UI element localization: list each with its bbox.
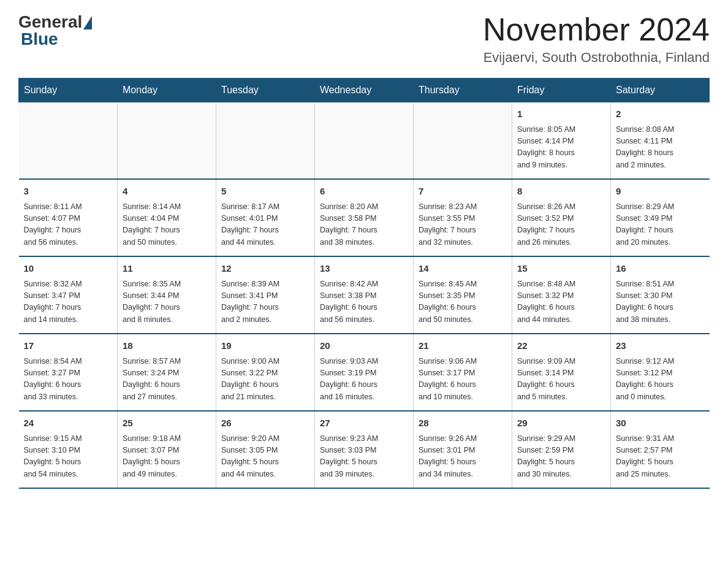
day-info: Sunrise: 8:51 AMSunset: 3:30 PMDaylight:… xyxy=(616,278,705,326)
calendar-cell: 24Sunrise: 9:15 AMSunset: 3:10 PMDayligh… xyxy=(19,411,118,488)
day-number: 6 xyxy=(320,185,408,199)
calendar-cell: 13Sunrise: 8:42 AMSunset: 3:38 PMDayligh… xyxy=(315,256,414,334)
calendar-cell: 4Sunrise: 8:14 AMSunset: 4:04 PMDaylight… xyxy=(118,179,216,256)
day-info: Sunrise: 9:09 AMSunset: 3:14 PMDaylight:… xyxy=(517,356,605,404)
calendar-cell: 17Sunrise: 8:54 AMSunset: 3:27 PMDayligh… xyxy=(19,334,118,411)
day-info: Sunrise: 8:48 AMSunset: 3:32 PMDaylight:… xyxy=(517,278,605,326)
day-info: Sunrise: 8:23 AMSunset: 3:55 PMDaylight:… xyxy=(419,201,507,249)
day-number: 26 xyxy=(221,416,309,431)
day-number: 20 xyxy=(320,339,408,353)
week-row-1: 1Sunrise: 8:05 AMSunset: 4:14 PMDaylight… xyxy=(19,102,710,180)
calendar-cell: 12Sunrise: 8:39 AMSunset: 3:41 PMDayligh… xyxy=(216,256,315,334)
day-info: Sunrise: 8:05 AMSunset: 4:14 PMDaylight:… xyxy=(517,124,605,172)
day-number: 10 xyxy=(24,262,113,276)
header: General Blue November 2024 Evijaervi, So… xyxy=(18,12,710,66)
logo-blue-text: Blue xyxy=(18,29,58,49)
calendar-cell xyxy=(216,102,315,180)
day-info: Sunrise: 8:20 AMSunset: 3:58 PMDaylight:… xyxy=(320,201,408,249)
day-info: Sunrise: 8:17 AMSunset: 4:01 PMDaylight:… xyxy=(221,201,309,249)
day-number: 19 xyxy=(221,339,309,353)
calendar-cell: 23Sunrise: 9:12 AMSunset: 3:12 PMDayligh… xyxy=(611,334,710,411)
day-number: 24 xyxy=(24,416,113,431)
day-number: 13 xyxy=(320,262,408,276)
day-info: Sunrise: 9:18 AMSunset: 3:07 PMDaylight:… xyxy=(123,433,211,481)
calendar-cell xyxy=(118,102,216,180)
calendar-cell: 2Sunrise: 8:08 AMSunset: 4:11 PMDaylight… xyxy=(611,102,710,180)
day-info: Sunrise: 9:29 AMSunset: 2:59 PMDaylight:… xyxy=(517,433,605,481)
calendar-cell: 22Sunrise: 9:09 AMSunset: 3:14 PMDayligh… xyxy=(512,334,611,411)
day-info: Sunrise: 8:26 AMSunset: 3:52 PMDaylight:… xyxy=(517,201,605,249)
day-info: Sunrise: 9:06 AMSunset: 3:17 PMDaylight:… xyxy=(419,356,507,404)
calendar-cell: 5Sunrise: 8:17 AMSunset: 4:01 PMDaylight… xyxy=(216,179,315,256)
calendar-cell: 15Sunrise: 8:48 AMSunset: 3:32 PMDayligh… xyxy=(512,256,611,334)
day-header-monday: Monday xyxy=(118,79,216,102)
day-info: Sunrise: 9:31 AMSunset: 2:57 PMDaylight:… xyxy=(616,433,705,481)
day-number: 3 xyxy=(24,185,113,199)
day-info: Sunrise: 8:57 AMSunset: 3:24 PMDaylight:… xyxy=(123,356,211,404)
day-number: 8 xyxy=(517,185,605,199)
day-header-wednesday: Wednesday xyxy=(315,79,414,102)
day-info: Sunrise: 8:35 AMSunset: 3:44 PMDaylight:… xyxy=(123,278,211,326)
logo-triangle-icon xyxy=(83,16,92,29)
day-info: Sunrise: 8:11 AMSunset: 4:07 PMDaylight:… xyxy=(24,201,113,249)
day-info: Sunrise: 8:39 AMSunset: 3:41 PMDaylight:… xyxy=(221,278,309,326)
day-number: 27 xyxy=(320,416,408,431)
calendar-cell: 10Sunrise: 8:32 AMSunset: 3:47 PMDayligh… xyxy=(19,256,118,334)
calendar-cell xyxy=(414,102,512,180)
day-info: Sunrise: 8:14 AMSunset: 4:04 PMDaylight:… xyxy=(123,201,211,249)
day-number: 12 xyxy=(221,262,309,276)
calendar-cell: 11Sunrise: 8:35 AMSunset: 3:44 PMDayligh… xyxy=(118,256,216,334)
day-number: 11 xyxy=(123,262,211,276)
day-number: 28 xyxy=(419,416,507,431)
day-number: 30 xyxy=(616,416,705,431)
calendar-cell: 25Sunrise: 9:18 AMSunset: 3:07 PMDayligh… xyxy=(118,411,216,488)
week-row-5: 24Sunrise: 9:15 AMSunset: 3:10 PMDayligh… xyxy=(19,411,710,488)
day-info: Sunrise: 9:26 AMSunset: 3:01 PMDaylight:… xyxy=(419,433,507,481)
calendar-cell: 14Sunrise: 8:45 AMSunset: 3:35 PMDayligh… xyxy=(414,256,512,334)
day-number: 2 xyxy=(616,107,705,121)
day-number: 9 xyxy=(616,185,705,199)
calendar-cell: 8Sunrise: 8:26 AMSunset: 3:52 PMDaylight… xyxy=(512,179,611,256)
day-header-tuesday: Tuesday xyxy=(216,79,315,102)
location-title: Evijaervi, South Ostrobothnia, Finland xyxy=(483,50,710,66)
header-row: SundayMondayTuesdayWednesdayThursdayFrid… xyxy=(19,79,710,102)
calendar-cell: 20Sunrise: 9:03 AMSunset: 3:19 PMDayligh… xyxy=(315,334,414,411)
day-number: 23 xyxy=(616,339,705,353)
day-number: 14 xyxy=(419,262,507,276)
month-title: November 2024 xyxy=(483,12,710,47)
day-number: 18 xyxy=(123,339,211,353)
calendar-cell xyxy=(19,102,118,180)
day-number: 7 xyxy=(419,185,507,199)
day-info: Sunrise: 9:15 AMSunset: 3:10 PMDaylight:… xyxy=(24,433,113,481)
calendar-cell: 27Sunrise: 9:23 AMSunset: 3:03 PMDayligh… xyxy=(315,411,414,488)
calendar-cell xyxy=(315,102,414,180)
day-info: Sunrise: 9:23 AMSunset: 3:03 PMDaylight:… xyxy=(320,433,408,481)
day-info: Sunrise: 9:12 AMSunset: 3:12 PMDaylight:… xyxy=(616,356,705,404)
day-info: Sunrise: 9:00 AMSunset: 3:22 PMDaylight:… xyxy=(221,356,309,404)
calendar-cell: 19Sunrise: 9:00 AMSunset: 3:22 PMDayligh… xyxy=(216,334,315,411)
day-info: Sunrise: 8:42 AMSunset: 3:38 PMDaylight:… xyxy=(320,278,408,326)
calendar-cell: 28Sunrise: 9:26 AMSunset: 3:01 PMDayligh… xyxy=(414,411,512,488)
day-info: Sunrise: 8:45 AMSunset: 3:35 PMDaylight:… xyxy=(419,278,507,326)
calendar-cell: 1Sunrise: 8:05 AMSunset: 4:14 PMDaylight… xyxy=(512,102,611,180)
week-row-4: 17Sunrise: 8:54 AMSunset: 3:27 PMDayligh… xyxy=(19,334,710,411)
calendar-cell: 16Sunrise: 8:51 AMSunset: 3:30 PMDayligh… xyxy=(611,256,710,334)
day-number: 17 xyxy=(24,339,113,353)
day-number: 22 xyxy=(517,339,605,353)
calendar-cell: 21Sunrise: 9:06 AMSunset: 3:17 PMDayligh… xyxy=(414,334,512,411)
calendar-cell: 9Sunrise: 8:29 AMSunset: 3:49 PMDaylight… xyxy=(611,179,710,256)
calendar-cell: 6Sunrise: 8:20 AMSunset: 3:58 PMDaylight… xyxy=(315,179,414,256)
calendar-table: SundayMondayTuesdayWednesdayThursdayFrid… xyxy=(18,78,710,489)
calendar-cell: 7Sunrise: 8:23 AMSunset: 3:55 PMDaylight… xyxy=(414,179,512,256)
day-header-thursday: Thursday xyxy=(414,79,512,102)
day-number: 16 xyxy=(616,262,705,276)
day-info: Sunrise: 8:54 AMSunset: 3:27 PMDaylight:… xyxy=(24,356,113,404)
day-number: 25 xyxy=(123,416,211,431)
title-area: November 2024 Evijaervi, South Ostroboth… xyxy=(483,12,710,66)
day-number: 5 xyxy=(221,185,309,199)
week-row-3: 10Sunrise: 8:32 AMSunset: 3:47 PMDayligh… xyxy=(19,256,710,334)
day-info: Sunrise: 8:29 AMSunset: 3:49 PMDaylight:… xyxy=(616,201,705,249)
day-info: Sunrise: 8:08 AMSunset: 4:11 PMDaylight:… xyxy=(616,124,705,172)
day-number: 4 xyxy=(123,185,211,199)
calendar-cell: 30Sunrise: 9:31 AMSunset: 2:57 PMDayligh… xyxy=(611,411,710,488)
